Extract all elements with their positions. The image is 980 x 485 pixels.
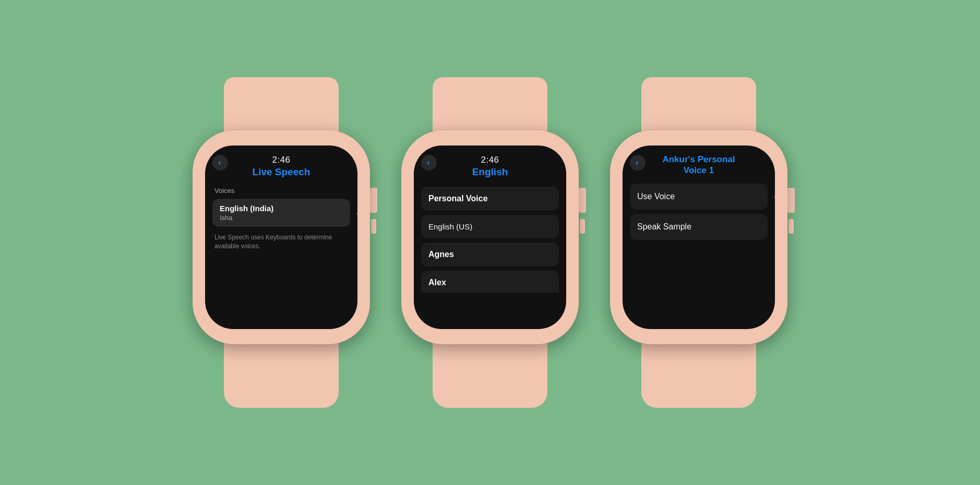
screen-content-1: Voices English (India) Isha ← Live Speec… [205, 184, 357, 329]
watch-band-bottom-2 [433, 340, 547, 408]
voices-label: Voices [212, 187, 350, 195]
voice-item-title: English (India) [220, 204, 343, 213]
red-arrow-1: ← [354, 207, 357, 219]
screen-header-1: ‹ 2:46 Live Speech [205, 146, 357, 184]
list-item-english-us-text: English (US) [428, 222, 552, 231]
list-item-english-us[interactable]: English (US) [421, 215, 559, 238]
watch-body-3: ‹ Ankur's PersonalVoice 1 Use Voice ← Sp… [610, 130, 787, 344]
screen-time-1: 2:46 [272, 155, 290, 165]
watch-body-2: ‹ 2:46 English Personal Voice English (U… [401, 130, 579, 344]
back-chevron-icon-3: ‹ [636, 158, 638, 167]
list-item-personal-voice[interactable]: Personal Voice [421, 187, 559, 211]
watch-3: ‹ Ankur's PersonalVoice 1 Use Voice ← Sp… [610, 73, 787, 412]
use-voice-text: Use Voice [637, 192, 760, 201]
speak-sample-text: Speak Sample [637, 222, 760, 232]
screen-title-2: English [472, 166, 508, 178]
use-voice-item[interactable]: Use Voice ← [630, 184, 768, 210]
watch-band-bottom-3 [641, 340, 756, 408]
screen-title-1: Live Speech [253, 166, 310, 178]
watch-band-top-3 [641, 77, 756, 135]
red-arrow-3: ← [772, 190, 775, 202]
back-button-2[interactable]: ‹ [421, 155, 437, 171]
back-chevron-icon-1: ‹ [218, 158, 221, 167]
watch-btn-1 [371, 219, 376, 234]
watch-band-top-1 [224, 77, 339, 135]
list-item-agnes-text: Agnes [428, 250, 552, 259]
watch-screen-1: ‹ 2:46 Live Speech Voices English (India… [205, 146, 357, 329]
screen-time-2: 2:46 [481, 155, 499, 165]
screen-header-3: ‹ Ankur's PersonalVoice 1 [623, 146, 775, 180]
watch-btn-3 [788, 219, 794, 234]
back-button-1[interactable]: ‹ [212, 155, 228, 171]
speak-sample-item[interactable]: Speak Sample [630, 214, 768, 240]
watch-screen-3: ‹ Ankur's PersonalVoice 1 Use Voice ← Sp… [623, 146, 775, 329]
watch-crown-2 [579, 188, 586, 213]
voice-item-selected[interactable]: English (India) Isha ← [212, 199, 350, 227]
screen-header-2: ‹ 2:46 English [414, 146, 566, 184]
list-item-personal-voice-text: Personal Voice [428, 194, 552, 203]
watch-crown-3 [787, 188, 795, 213]
note-text: Live Speech uses Keyboards to determine … [212, 233, 350, 251]
screen-content-2: Personal Voice English (US) Agnes Alex [414, 184, 566, 329]
watch-body-1: ‹ 2:46 Live Speech Voices English (India… [193, 130, 370, 344]
screen-content-3: Use Voice ← Speak Sample [623, 180, 775, 330]
watch-crown-1 [370, 188, 377, 213]
watch-1: ‹ 2:46 Live Speech Voices English (India… [193, 73, 370, 412]
watch-btn-2 [580, 219, 585, 234]
watch-band-bottom-1 [224, 340, 339, 408]
list-item-alex-text: Alex [428, 278, 552, 287]
watch-band-top-2 [433, 77, 547, 135]
back-button-3[interactable]: ‹ [630, 155, 646, 171]
back-chevron-icon-2: ‹ [427, 158, 429, 167]
watch-2: ‹ 2:46 English Personal Voice English (U… [401, 73, 579, 412]
screen-title-3: Ankur's PersonalVoice 1 [662, 154, 735, 176]
list-item-alex[interactable]: Alex [421, 271, 559, 293]
voice-item-subtitle: Isha [220, 214, 343, 222]
list-item-agnes[interactable]: Agnes [421, 242, 559, 266]
watch-screen-2: ‹ 2:46 English Personal Voice English (U… [414, 146, 566, 329]
